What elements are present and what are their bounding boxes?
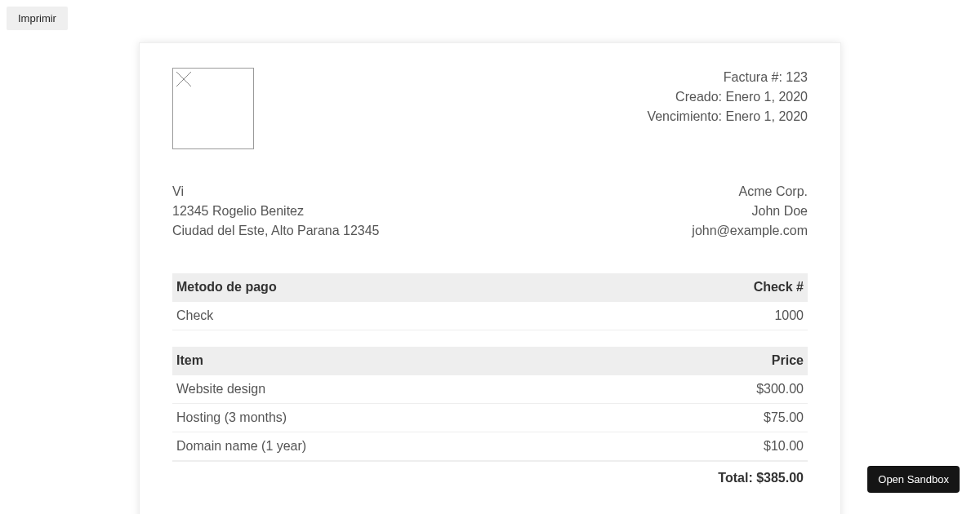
invoice-number-label: Factura #: (724, 70, 782, 84)
open-sandbox-button[interactable]: Open Sandbox (867, 466, 960, 493)
invoice-box: Factura #: 123 Creado: Enero 1, 2020 Ven… (139, 42, 841, 514)
invoice-created-label: Creado: (675, 90, 722, 104)
total-label: Total: (718, 471, 752, 485)
invoice-number: 123 (786, 70, 808, 84)
item-name: Website design (172, 375, 551, 404)
to-email: john@example.com (692, 221, 808, 241)
to-person: John Doe (692, 202, 808, 221)
invoice-due-label: Vencimiento: (647, 109, 722, 123)
item-name: Hosting (3 months) (172, 404, 551, 432)
company-to: Acme Corp. John Doe john@example.com (692, 182, 808, 241)
payment-method-header: Metodo de pago (172, 273, 586, 302)
invoice-header: Factura #: 123 Creado: Enero 1, 2020 Ven… (172, 68, 808, 149)
invoice-meta: Factura #: 123 Creado: Enero 1, 2020 Ven… (647, 68, 808, 126)
payment-check-header: Check # (586, 273, 808, 302)
item-row: Domain name (1 year) $10.00 (172, 432, 808, 462)
invoice-due: Enero 1, 2020 (725, 109, 808, 123)
from-city: Ciudad del Este, Alto Parana 12345 (172, 221, 380, 241)
company-from: Vi 12345 Rogelio Benitez Ciudad del Este… (172, 182, 380, 241)
item-name: Domain name (1 year) (172, 432, 551, 462)
logo-placeholder (172, 68, 254, 149)
item-row: Website design $300.00 (172, 375, 808, 404)
print-button[interactable]: Imprimir (7, 7, 68, 30)
total-row: Total: $385.00 (172, 461, 808, 492)
to-name: Acme Corp. (692, 182, 808, 202)
from-street: 12345 Rogelio Benitez (172, 202, 380, 221)
payment-method: Check (172, 302, 586, 330)
item-price: $300.00 (551, 375, 808, 404)
from-name: Vi (172, 182, 380, 202)
price-header: Price (551, 347, 808, 375)
invoice-created: Enero 1, 2020 (725, 90, 808, 104)
total-amount: $385.00 (756, 471, 804, 485)
parties-row: Vi 12345 Rogelio Benitez Ciudad del Este… (172, 182, 808, 241)
items-table: Item Price Website design $300.00 Hostin… (172, 347, 808, 492)
payment-check-num: 1000 (586, 302, 808, 330)
item-price: $75.00 (551, 404, 808, 432)
item-price: $10.00 (551, 432, 808, 462)
payment-table: Metodo de pago Check # Check 1000 (172, 273, 808, 330)
item-row: Hosting (3 months) $75.00 (172, 404, 808, 432)
item-header: Item (172, 347, 551, 375)
